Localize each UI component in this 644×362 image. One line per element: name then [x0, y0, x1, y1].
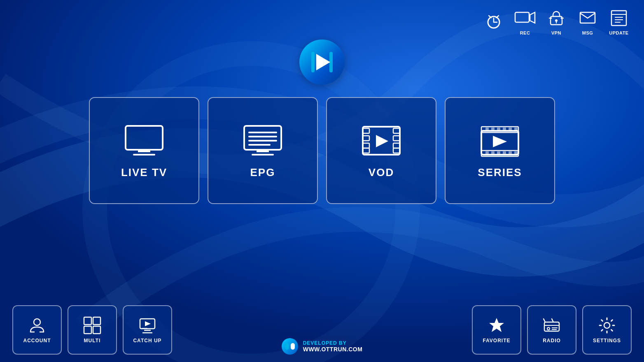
svg-rect-24 [126, 126, 163, 150]
svg-marker-76 [489, 318, 504, 332]
svg-marker-14 [560, 17, 562, 19]
update-label: UPDATE [609, 30, 628, 35]
bottom-bar: ACCOUNT MULTI [0, 305, 644, 362]
multi-label: MULTI [84, 338, 101, 343]
multi-card[interactable]: MULTI [68, 305, 117, 355]
svg-rect-21 [311, 52, 315, 72]
series-label: SERIES [478, 166, 522, 179]
svg-marker-23 [316, 54, 330, 70]
top-icons: REC VPN [481, 7, 632, 35]
favorite-card[interactable]: FAVORITE [472, 305, 521, 355]
svg-rect-56 [491, 151, 495, 155]
svg-rect-49 [491, 128, 495, 132]
live-tv-label: LIVE TV [121, 166, 167, 179]
msg-label: MSG [582, 30, 593, 35]
svg-point-79 [547, 327, 550, 330]
svg-point-9 [555, 19, 558, 22]
developer-text: DEVELOPED BY WWW.OTTRUN.COM [303, 340, 363, 353]
main-grid: LIVE TV EPG [89, 97, 555, 204]
rec-icon [514, 9, 536, 27]
developer-line1: DEVELOPED BY [303, 340, 363, 346]
logo-icon [310, 48, 334, 77]
svg-rect-44 [393, 148, 400, 153]
catch-up-label: CATCH UP [133, 338, 161, 343]
svg-rect-74 [285, 343, 289, 350]
radio-card[interactable]: RADIO [527, 305, 576, 355]
account-icon [28, 316, 46, 334]
favorite-label: FAVORITE [483, 338, 510, 343]
svg-rect-60 [514, 151, 518, 155]
vod-icon [359, 123, 404, 160]
svg-rect-37 [363, 128, 369, 133]
svg-rect-51 [503, 128, 506, 132]
svg-point-84 [604, 323, 610, 328]
svg-rect-28 [244, 126, 281, 150]
vpn-icon [547, 9, 565, 27]
developer-line2: WWW.OTTRUN.COM [303, 346, 363, 353]
svg-marker-70 [145, 321, 151, 326]
svg-rect-6 [515, 12, 529, 22]
epg-icon [240, 123, 285, 160]
svg-marker-61 [493, 136, 507, 147]
series-icon [477, 123, 523, 160]
svg-rect-59 [509, 151, 512, 155]
multi-icon [83, 316, 101, 334]
dev-logo-icon [284, 341, 296, 352]
svg-rect-68 [93, 326, 100, 334]
app-logo [299, 39, 345, 85]
svg-rect-66 [93, 317, 100, 325]
svg-rect-52 [509, 128, 512, 132]
svg-rect-73 [142, 328, 147, 329]
radio-label: RADIO [543, 338, 561, 343]
series-card[interactable]: SERIES [445, 97, 555, 204]
epg-card[interactable]: EPG [208, 97, 318, 204]
svg-point-62 [34, 319, 40, 325]
svg-marker-45 [376, 135, 388, 147]
bottom-left-group: ACCOUNT MULTI [12, 305, 172, 355]
catch-up-card[interactable]: CATCH UP [123, 305, 172, 355]
developer-logo [282, 338, 298, 355]
account-card[interactable]: ACCOUNT [12, 305, 62, 355]
svg-rect-50 [497, 128, 500, 132]
svg-rect-43 [393, 143, 400, 148]
svg-rect-67 [84, 326, 91, 334]
svg-rect-16 [611, 11, 626, 26]
svg-rect-55 [485, 151, 489, 155]
live-tv-card[interactable]: LIVE TV [89, 97, 199, 204]
rec-button[interactable]: REC [512, 7, 538, 35]
svg-marker-12 [551, 17, 552, 19]
account-label: ACCOUNT [23, 338, 51, 343]
epg-label: EPG [250, 166, 275, 179]
catch-up-icon [138, 316, 156, 334]
update-icon [610, 9, 628, 27]
bottom-right-group: FAVORITE RADIO [472, 305, 632, 355]
vod-card[interactable]: VOD [326, 97, 436, 204]
msg-icon [579, 9, 597, 27]
radio-icon [543, 316, 561, 334]
svg-rect-48 [485, 128, 489, 132]
settings-label: SETTINGS [593, 338, 621, 343]
developer-credit: DEVELOPED BY WWW.OTTRUN.COM [282, 338, 363, 355]
vpn-button[interactable]: VPN [544, 7, 569, 35]
top-bar: REC VPN [0, 0, 644, 35]
svg-rect-75 [291, 343, 295, 350]
live-tv-icon [121, 123, 167, 160]
logo-area [299, 39, 345, 85]
svg-rect-38 [363, 136, 369, 141]
alarm-button[interactable] [481, 11, 506, 32]
svg-rect-39 [363, 143, 369, 148]
vod-label: VOD [369, 166, 394, 179]
update-button[interactable]: UPDATE [606, 7, 632, 35]
svg-rect-41 [393, 128, 400, 133]
svg-rect-40 [363, 148, 369, 153]
alarm-icon [485, 12, 503, 30]
svg-rect-53 [514, 128, 518, 132]
svg-rect-57 [497, 151, 500, 155]
svg-rect-42 [393, 136, 400, 141]
msg-button[interactable]: MSG [575, 7, 600, 35]
svg-rect-58 [503, 151, 506, 155]
settings-icon [598, 316, 616, 334]
settings-card[interactable]: SETTINGS [582, 305, 632, 355]
favorite-icon [488, 316, 506, 334]
svg-marker-7 [530, 12, 535, 23]
